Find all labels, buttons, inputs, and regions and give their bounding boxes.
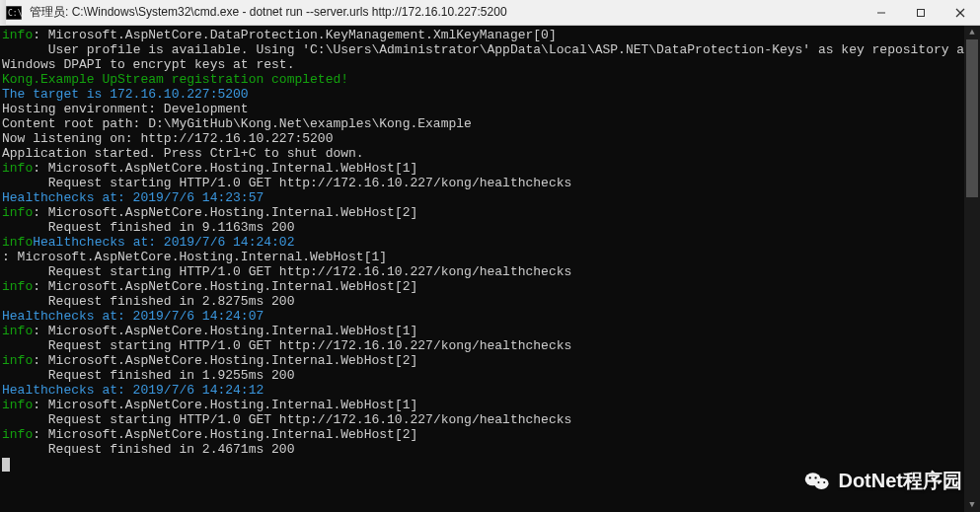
console-segment: Request starting HTTP/1.0 GET http://172… bbox=[2, 264, 571, 279]
console-segment: : Microsoft.AspNetCore.Hosting.Internal.… bbox=[33, 205, 417, 220]
console-line: info: Microsoft.AspNetCore.DataProtectio… bbox=[0, 28, 980, 42]
svg-rect-3 bbox=[918, 9, 925, 16]
console-segment: info bbox=[2, 205, 33, 220]
console-line: The target is 172.16.10.227:5200 bbox=[0, 87, 980, 102]
console-segment: info bbox=[2, 324, 33, 338]
maximize-button[interactable] bbox=[901, 0, 941, 25]
scroll-down-arrow[interactable]: ▼ bbox=[964, 498, 980, 512]
console-line: infoHealthchecks at: 2019/7/6 14:24:02 bbox=[0, 235, 980, 250]
console-segment: : Microsoft.AspNetCore.Hosting.Internal.… bbox=[33, 324, 417, 338]
console-line: Request finished in 2.8275ms 200 bbox=[0, 294, 980, 309]
console-segment: : Microsoft.AspNetCore.Hosting.Internal.… bbox=[33, 427, 417, 442]
console-line: info: Microsoft.AspNetCore.Hosting.Inter… bbox=[0, 279, 980, 294]
console-line: Application started. Press Ctrl+C to shu… bbox=[0, 146, 980, 161]
console-line: Request starting HTTP/1.0 GET http://172… bbox=[0, 338, 980, 353]
svg-point-9 bbox=[815, 476, 817, 478]
window-controls bbox=[862, 0, 980, 25]
console-segment: info bbox=[2, 279, 33, 294]
close-button[interactable] bbox=[941, 0, 980, 25]
console-segment: Request starting HTTP/1.0 GET http://172… bbox=[2, 412, 571, 427]
console-line: info: Microsoft.AspNetCore.Hosting.Inter… bbox=[0, 427, 980, 442]
console-segment: Request finished in 2.4671ms 200 bbox=[2, 442, 294, 457]
wechat-icon bbox=[804, 471, 830, 492]
console-line: info: Microsoft.AspNetCore.Hosting.Inter… bbox=[0, 205, 980, 220]
svg-point-8 bbox=[809, 476, 811, 478]
console-line: info: Microsoft.AspNetCore.Hosting.Inter… bbox=[0, 353, 980, 368]
console-segment: Request starting HTTP/1.0 GET http://172… bbox=[2, 176, 571, 190]
console-line: info: Microsoft.AspNetCore.Hosting.Inter… bbox=[0, 324, 980, 338]
console-segment: Now listening on: http://172.16.10.227:5… bbox=[2, 131, 333, 146]
console-segment: info bbox=[2, 353, 33, 368]
console-line: info: Microsoft.AspNetCore.Hosting.Inter… bbox=[0, 398, 980, 412]
console-segment: Healthchecks at: 2019/7/6 14:24:07 bbox=[2, 309, 264, 324]
console-segment: : Microsoft.AspNetCore.Hosting.Internal.… bbox=[33, 279, 417, 294]
scroll-thumb[interactable] bbox=[966, 39, 978, 197]
console-segment: Healthchecks at: 2019/7/6 14:23:57 bbox=[2, 190, 264, 205]
console-segment: : Microsoft.AspNetCore.Hosting.Internal.… bbox=[33, 353, 417, 368]
svg-text:C:\: C:\ bbox=[8, 9, 22, 18]
console-line: : Microsoft.AspNetCore.Hosting.Internal.… bbox=[0, 250, 980, 264]
cursor bbox=[2, 458, 10, 472]
console-line: Request finished in 9.1163ms 200 bbox=[0, 220, 980, 235]
console-line: Content root path: D:\MyGitHub\Kong.Net\… bbox=[0, 116, 980, 131]
console-line: Now listening on: http://172.16.10.227:5… bbox=[0, 131, 980, 146]
console-segment: Healthchecks at: 2019/7/6 14:24:12 bbox=[2, 383, 264, 398]
vertical-scrollbar[interactable]: ▲ ▼ bbox=[964, 26, 980, 512]
console-segment: Content root path: D:\MyGitHub\Kong.Net\… bbox=[2, 116, 472, 131]
console-segment: The target is 172.16.10.227:5200 bbox=[2, 87, 249, 102]
svg-point-11 bbox=[824, 481, 826, 483]
titlebar[interactable]: C:\ 管理员: C:\Windows\System32\cmd.exe - d… bbox=[0, 0, 980, 26]
console-line: info: Microsoft.AspNetCore.Hosting.Inter… bbox=[0, 161, 980, 176]
console-line: Request finished in 2.4671ms 200 bbox=[0, 442, 980, 457]
cmd-icon: C:\ bbox=[4, 5, 24, 21]
cmd-window: C:\ 管理员: C:\Windows\System32\cmd.exe - d… bbox=[0, 0, 980, 512]
console-segment: : Microsoft.AspNetCore.Hosting.Internal.… bbox=[2, 250, 387, 264]
console-segment: Kong.Example UpStream registration compl… bbox=[2, 72, 348, 87]
console-line: Hosting environment: Development bbox=[0, 102, 980, 116]
console-segment: info bbox=[2, 398, 33, 412]
console-segment: : Microsoft.AspNetCore.DataProtection.Ke… bbox=[33, 28, 557, 42]
console-line: Request starting HTTP/1.0 GET http://172… bbox=[0, 412, 980, 427]
console-segment: Application started. Press Ctrl+C to shu… bbox=[2, 146, 364, 161]
console-line: Request starting HTTP/1.0 GET http://172… bbox=[0, 264, 980, 279]
console-segment: Hosting environment: Development bbox=[2, 102, 249, 116]
minimize-button[interactable] bbox=[862, 0, 901, 25]
console-segment: Request finished in 2.8275ms 200 bbox=[2, 294, 294, 309]
watermark-text: DotNet程序园 bbox=[838, 468, 962, 494]
console-line: Request starting HTTP/1.0 GET http://172… bbox=[0, 176, 980, 190]
console-segment: : Microsoft.AspNetCore.Hosting.Internal.… bbox=[33, 398, 417, 412]
console-segment: : Microsoft.AspNetCore.Hosting.Internal.… bbox=[33, 161, 417, 176]
console-line: Healthchecks at: 2019/7/6 14:23:57 bbox=[0, 190, 980, 205]
scroll-up-arrow[interactable]: ▲ bbox=[964, 26, 980, 39]
console-segment: Request finished in 9.1163ms 200 bbox=[2, 220, 294, 235]
console-segment: info bbox=[2, 161, 33, 176]
console-output[interactable]: info: Microsoft.AspNetCore.DataProtectio… bbox=[0, 26, 980, 512]
console-segment: info bbox=[2, 235, 33, 250]
svg-point-7 bbox=[815, 477, 829, 489]
console-line: Healthchecks at: 2019/7/6 14:24:12 bbox=[0, 383, 980, 398]
console-line: Request finished in 1.9255ms 200 bbox=[0, 368, 980, 383]
console-segment: info bbox=[2, 28, 33, 42]
console-segment: Request starting HTTP/1.0 GET http://172… bbox=[2, 338, 571, 353]
console-line: User profile is available. Using 'C:\Use… bbox=[0, 42, 980, 72]
console-segment: Request finished in 1.9255ms 200 bbox=[2, 368, 294, 383]
console-segment: User profile is available. Using 'C:\Use… bbox=[2, 42, 980, 72]
console-segment: Healthchecks at: 2019/7/6 14:24:02 bbox=[33, 235, 294, 250]
console-segment: info bbox=[2, 427, 33, 442]
watermark: DotNet程序园 bbox=[804, 468, 962, 494]
svg-point-10 bbox=[818, 481, 820, 483]
window-title: 管理员: C:\Windows\System32\cmd.exe - dotne… bbox=[30, 4, 862, 21]
console-line: Kong.Example UpStream registration compl… bbox=[0, 72, 980, 87]
console-line: Healthchecks at: 2019/7/6 14:24:07 bbox=[0, 309, 980, 324]
